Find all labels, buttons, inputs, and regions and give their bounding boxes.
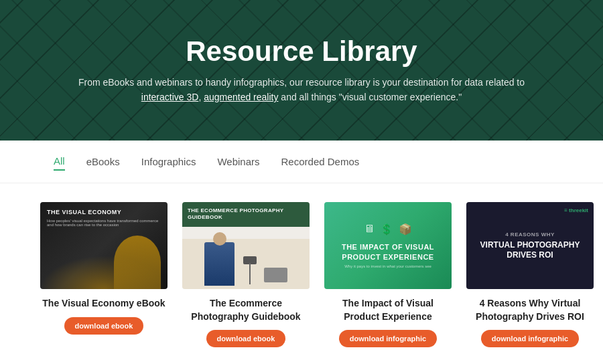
filter-ebooks[interactable]: eBooks	[86, 156, 120, 170]
card-sub-visual-product: Why it pays to invest in what your custo…	[344, 264, 431, 268]
card-icons-visual-product: 🖥 💲 📦	[364, 223, 412, 236]
hero-section: Resource Library From eBooks and webinar…	[0, 0, 603, 141]
card-visual-economy: THE VISUAL ECONOMY How peoples' visual e…	[40, 202, 168, 347]
package-icon: 📦	[399, 223, 412, 236]
card-ecommerce-photography: THE ECOMMERCE PHOTOGRAPHY GUIDEBOOK The …	[182, 202, 310, 347]
card-title-ecommerce: The Ecommerce Photography Guidebook	[182, 297, 310, 323]
card-tag-ecommerce: THE ECOMMERCE PHOTOGRAPHY GUIDEBOOK	[188, 207, 304, 221]
download-button-visual-economy[interactable]: download ebook	[64, 317, 144, 335]
filter-navigation: All eBooks Infographics Webinars Recorde…	[0, 141, 603, 183]
card-title-virtual-photo: 4 Reasons Why Virtual Photography Drives…	[466, 297, 594, 323]
interactive-3d-link[interactable]: interactive 3D	[141, 92, 199, 102]
card-tag-visual-economy: THE VISUAL ECONOMY	[47, 209, 161, 217]
hero-desc-text1: From eBooks and webinars to handy infogr…	[78, 77, 525, 88]
download-button-ecommerce[interactable]: download ebook	[206, 330, 286, 347]
download-button-visual-product[interactable]: download infographic	[339, 330, 437, 347]
card-title-visual-product: The Impact of Visual Product Experience	[324, 297, 452, 323]
page-title: Resource Library	[186, 36, 417, 67]
resource-cards: THE VISUAL ECONOMY How peoples' visual e…	[0, 183, 603, 364]
filter-all[interactable]: All	[54, 155, 65, 171]
person-icon	[204, 242, 234, 286]
card-image-ecommerce-photo: THE ECOMMERCE PHOTOGRAPHY GUIDEBOOK	[182, 202, 310, 289]
laptop-icon	[264, 268, 287, 282]
card-image-virtual-photo: ≡ threekit 4 REASONS WHY VIRTUAL PHOTOGR…	[466, 202, 594, 289]
card-image-visual-economy: THE VISUAL ECONOMY How peoples' visual e…	[40, 202, 168, 289]
filter-infographics[interactable]: Infographics	[141, 156, 196, 170]
dollar-icon: 💲	[380, 223, 393, 236]
card-badge-virtual-photo: 4 REASONS WHY	[505, 232, 555, 238]
filter-recorded-demos[interactable]: Recorded Demos	[281, 156, 360, 170]
hero-desc-text2: and all things "visual customer experien…	[281, 92, 462, 102]
card-person-silhouette	[114, 236, 161, 289]
monitor-icon: 🖥	[364, 223, 375, 236]
threekit-logo: ≡ threekit	[564, 207, 588, 213]
card-overlay-ecommerce: THE ECOMMERCE PHOTOGRAPHY GUIDEBOOK	[182, 202, 310, 227]
hero-background	[0, 0, 603, 141]
card-title-visual-economy: The Visual Economy eBook	[42, 297, 165, 310]
card-virtual-photography: ≡ threekit 4 REASONS WHY VIRTUAL PHOTOGR…	[466, 202, 594, 347]
card-content-visual-product: 🖥 💲 📦 THE IMPACT OF VISUAL PRODUCT EXPER…	[324, 202, 452, 289]
card-tag-virtual-photo: VIRTUAL PHOTOGRAPHY DRIVES ROI	[474, 240, 586, 260]
card-sub-visual-economy: How peoples' visual expectations have tr…	[47, 219, 161, 227]
card-content-virtual-photo: ≡ threekit 4 REASONS WHY VIRTUAL PHOTOGR…	[466, 202, 594, 289]
augmented-reality-link[interactable]: augmented reality	[204, 92, 278, 102]
card-tag-visual-product: THE IMPACT OF VISUAL PRODUCT EXPERIENCE	[331, 242, 445, 262]
tripod-icon	[240, 251, 260, 284]
card-scene-ecommerce	[182, 239, 310, 289]
card-visual-product: 🖥 💲 📦 THE IMPACT OF VISUAL PRODUCT EXPER…	[324, 202, 452, 347]
card-image-visual-product: 🖥 💲 📦 THE IMPACT OF VISUAL PRODUCT EXPER…	[324, 202, 452, 289]
download-button-virtual-photo[interactable]: download infographic	[481, 330, 579, 347]
hero-description: From eBooks and webinars to handy infogr…	[60, 75, 543, 105]
filter-webinars[interactable]: Webinars	[217, 156, 259, 170]
